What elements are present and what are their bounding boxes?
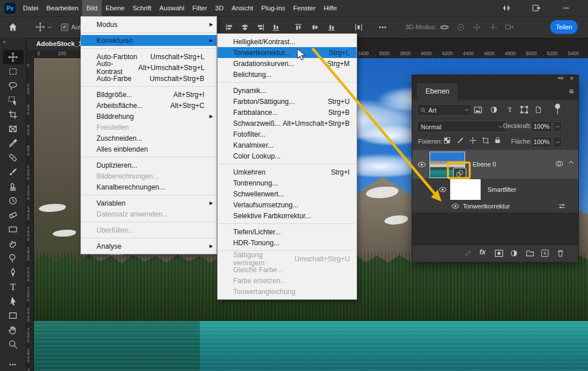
filter-mask-thumbnail[interactable] (450, 179, 481, 200)
close-panel-icon[interactable]: × (570, 75, 574, 82)
menu-item-kanalberechnungen[interactable]: Kanalberechnungen... (81, 181, 216, 192)
lock-all-icon[interactable] (494, 136, 501, 144)
menu-item-sättigung-verringern[interactable]: Sättigung verringernUmschalt+Strg+U (218, 253, 357, 264)
menu-item-hdr-tonung[interactable]: HDR-Tonung... (218, 237, 357, 248)
menubar-item-fenster[interactable]: Fenster (289, 0, 320, 16)
layer-filter-dropdown[interactable]: Art (417, 104, 472, 116)
menu-item-modus[interactable]: Modus▶ (81, 19, 216, 30)
visibility-eye-icon[interactable] (417, 161, 426, 168)
crop-tool-icon[interactable] (3, 107, 24, 122)
opacity-dropdown-icon[interactable] (553, 121, 562, 132)
blend-mode-dropdown[interactable]: Normal (417, 121, 506, 133)
menu-item-verlaufsumsetzung[interactable]: Verlaufsumsetzung... (218, 199, 357, 210)
layer-row-smartfilter[interactable]: Smartfilter (412, 179, 578, 200)
menu-item-dynamik[interactable]: Dynamik... (218, 85, 357, 96)
filter-type-layers-icon[interactable]: T (504, 105, 516, 115)
menu-item-bildberechnungen[interactable]: Bildberechnungen... (81, 171, 216, 181)
gradient-tool-icon[interactable] (3, 222, 24, 237)
more-options-icon[interactable]: ••• (379, 17, 387, 37)
menu-item-farbton-sättigung[interactable]: Farbton/Sättigung...Strg+U (218, 96, 357, 107)
fill-dropdown-icon[interactable] (553, 137, 562, 148)
3d-orbit-icon[interactable] (440, 23, 449, 32)
layer-name[interactable]: Smartfilter (488, 186, 516, 193)
delete-layer-trash-icon[interactable] (556, 249, 564, 257)
path-selection-tool-icon[interactable] (3, 294, 24, 308)
menu-item-tontrennung[interactable]: Tontrennung... (218, 177, 357, 188)
distribute-bottom-icon[interactable] (327, 23, 336, 32)
menu-item-bilddrehung[interactable]: Bilddrehung▶ (81, 111, 216, 122)
menu-item-zuschneiden[interactable]: Zuschneiden... (81, 133, 216, 144)
menubar-item-bearbeiten[interactable]: Bearbeiten (42, 0, 83, 16)
clone-stamp-tool-icon[interactable] (3, 179, 24, 194)
menu-item-datensatz-anwenden[interactable]: Datensatz anwenden... (81, 208, 216, 219)
3d-pan-icon[interactable] (473, 23, 481, 32)
link-layers-icon[interactable] (463, 249, 473, 257)
tab-ebenen[interactable]: Ebenen (417, 83, 458, 100)
lock-transparency-icon[interactable] (443, 137, 451, 144)
menubar-item-ebene[interactable]: Ebene (102, 0, 129, 16)
type-tool-icon[interactable]: T (3, 280, 24, 294)
dodge-tool-icon[interactable] (3, 251, 24, 265)
history-brush-tool-icon[interactable] (3, 194, 24, 208)
export-icon[interactable] (532, 5, 541, 11)
opacity-value[interactable]: 100% (531, 121, 552, 132)
menu-item-color-lookup[interactable]: Color Lookup... (218, 150, 357, 161)
eyedropper-tool-icon[interactable] (3, 136, 24, 150)
menu-item-auto-kontrast[interactable]: Auto-KontrastAlt+Umschalt+Strg+L (81, 62, 216, 73)
menu-item-umkehren[interactable]: UmkehrenStrg+I (218, 167, 357, 177)
menubar-item-auswahl[interactable]: Auswahl (156, 0, 188, 16)
menu-item-schwarzweiß[interactable]: Schwarzweiß...Alt+Umschalt+Strg+B (218, 118, 357, 129)
menu-item-duplizieren[interactable]: Duplizieren... (81, 160, 216, 171)
menu-item-alles-einblenden[interactable]: Alles einblenden (81, 144, 216, 154)
pen-tool-icon[interactable] (3, 265, 24, 280)
menu-item-gradationskurven[interactable]: Gradationskurven...Strg+M (218, 58, 357, 69)
layer-row-ebene0[interactable]: Ebene 0 (412, 150, 578, 179)
align-bottom-icon[interactable] (272, 23, 280, 32)
filter-toggle-switch[interactable] (554, 103, 561, 117)
new-adjustment-layer-icon[interactable] (510, 249, 518, 257)
filter-options-sliders-icon[interactable] (558, 203, 566, 210)
tool-preset-move[interactable] (36, 17, 52, 37)
smudge-tool-icon[interactable] (3, 237, 24, 251)
toolbar-expand-icon[interactable]: » (3, 39, 5, 45)
menu-item-belichtung[interactable]: Belichtung... (218, 69, 357, 80)
menubar-item-hilfe[interactable]: Hilfe (320, 0, 341, 16)
new-layer-icon[interactable] (541, 249, 549, 257)
menubar-item-plug-ins[interactable]: Plug-ins (257, 0, 289, 16)
new-group-folder-icon[interactable] (525, 249, 535, 257)
menu-item-korrekturen[interactable]: Korrekturen▶ (81, 35, 216, 46)
zoom-tool-icon[interactable] (3, 337, 24, 351)
lock-paint-icon[interactable] (457, 137, 464, 144)
filter-adjustment-layers-icon[interactable] (488, 105, 500, 115)
share-button[interactable]: Teilen (550, 20, 578, 34)
filter-pixel-layers-icon[interactable] (471, 105, 484, 115)
align-center-icon[interactable] (241, 23, 249, 32)
menu-item-tonwertangleichung[interactable]: Tonwertangleichung (218, 286, 357, 297)
menubar-item-schrift[interactable]: Schrift (129, 0, 156, 16)
auto-select-checkbox[interactable]: ✓ Aut (61, 17, 81, 37)
menu-item-auto-farbe[interactable]: Auto-FarbeUmschalt+Strg+B (81, 73, 216, 84)
filter-smart-objects-icon[interactable] (532, 105, 544, 115)
align-right-icon[interactable] (256, 23, 265, 32)
layer-thumbnail[interactable] (430, 152, 465, 178)
hand-tool-icon[interactable] (3, 323, 24, 337)
menu-item-farbe-ersetzen[interactable]: Farbe ersetzen... (218, 275, 357, 286)
layer-style-fx-icon[interactable]: fx (479, 248, 486, 256)
menu-item-farbbalance[interactable]: Farbbalance...Strg+B (218, 107, 357, 118)
panel-menu-icon[interactable]: ≡ (569, 87, 574, 96)
3d-slide-icon[interactable] (489, 23, 497, 32)
rectangle-tool-icon[interactable] (3, 308, 24, 323)
menubar-item-datei[interactable]: Datei (19, 0, 42, 16)
smart-object-badge-icon[interactable] (453, 168, 466, 179)
menu-item-variablen[interactable]: Variablen▶ (81, 198, 216, 208)
frame-tool-icon[interactable] (3, 122, 24, 136)
smart-filter-toggle-icon[interactable] (555, 160, 564, 168)
photoshop-logo[interactable]: Ps (5, 3, 16, 14)
layer-name[interactable]: Ebene 0 (473, 161, 496, 168)
menu-item-tonwertkorrektur[interactable]: Tonwertkorrektur...Strg+L (218, 47, 357, 58)
3d-roll-icon[interactable] (457, 23, 465, 32)
menu-item-schwellenwert[interactable]: Schwellenwert... (218, 188, 357, 199)
menu-item-arbeitsfläche[interactable]: Arbeitsfläche...Alt+Strg+C (81, 100, 216, 111)
lock-artboard-icon[interactable] (482, 137, 489, 144)
collapse-effects-chevron-icon[interactable] (568, 160, 574, 164)
